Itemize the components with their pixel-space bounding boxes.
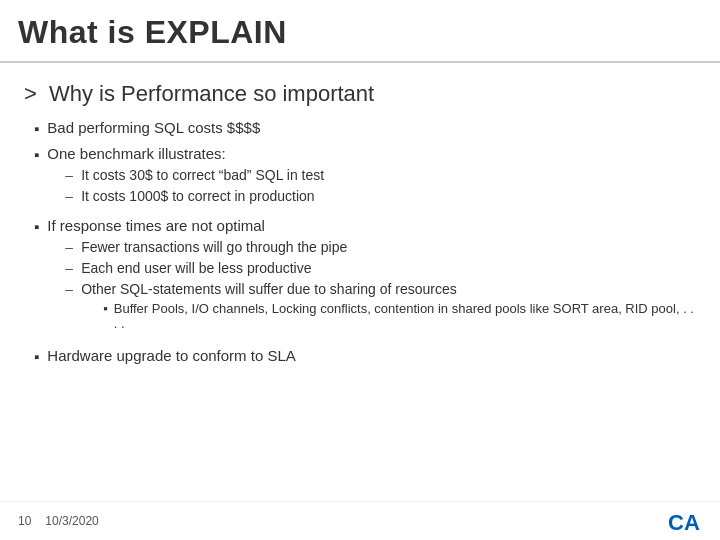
sub-marker: – — [65, 167, 73, 183]
list-item: ▪ If response times are not optimal – Fe… — [24, 217, 696, 339]
sub-sub-text: Buffer Pools, I/O channels, Locking conf… — [114, 301, 696, 331]
sub-bullet-list: – It costs 30$ to correct “bad” SQL in t… — [47, 167, 696, 204]
bullet-marker: ▪ — [34, 120, 39, 137]
section-heading: > Why is Performance so important — [24, 81, 696, 107]
footer-date: 10/3/2020 — [45, 514, 98, 528]
footer-page-number: 10 — [18, 514, 31, 528]
slide-content: > Why is Performance so important ▪ Bad … — [0, 63, 720, 501]
arrow-icon: > — [24, 81, 37, 106]
bullet-marker: ▪ — [34, 146, 39, 163]
sub-text: Other SQL-statements will suffer due to … — [81, 281, 457, 297]
sub-marker: – — [65, 260, 73, 276]
slide-title: What is EXPLAIN — [18, 14, 702, 51]
list-item: – It costs 30$ to correct “bad” SQL in t… — [65, 167, 696, 183]
slide-footer: 10 10/3/2020 CA — [0, 501, 720, 540]
slide-header: What is EXPLAIN — [0, 0, 720, 63]
sub-text-container: Other SQL-statements will suffer due to … — [81, 281, 696, 334]
bullet-text-container: One benchmark illustrates: – It costs 30… — [47, 145, 696, 209]
sub-marker: – — [65, 239, 73, 255]
bullet-text: Hardware upgrade to conform to SLA — [47, 347, 696, 364]
ca-logo: CA — [668, 510, 702, 532]
list-item: ▪ Buffer Pools, I/O channels, Locking co… — [103, 301, 696, 331]
main-bullet-list: ▪ Bad performing SQL costs $$$$ ▪ One be… — [24, 119, 696, 365]
bullet-text: Bad performing SQL costs $$$$ — [47, 119, 696, 136]
bullet-text: If response times are not optimal — [47, 217, 265, 234]
list-item: – Each end user will be less productive — [65, 260, 696, 276]
bullet-text: One benchmark illustrates: — [47, 145, 225, 162]
list-item: ▪ Hardware upgrade to conform to SLA — [24, 347, 696, 365]
sub-sub-marker: ▪ — [103, 301, 108, 316]
sub-text: Fewer transactions will go through the p… — [81, 239, 696, 255]
sub-text: Each end user will be less productive — [81, 260, 696, 276]
bullet-marker: ▪ — [34, 348, 39, 365]
ca-logo-svg: CA — [668, 510, 702, 532]
list-item: ▪ Bad performing SQL costs $$$$ — [24, 119, 696, 137]
list-item: – It costs 1000$ to correct in productio… — [65, 188, 696, 204]
sub-marker: – — [65, 281, 73, 297]
sub-bullet-list: – Fewer transactions will go through the… — [47, 239, 696, 334]
section-heading-text: Why is Performance so important — [43, 81, 374, 106]
sub-text: It costs 1000$ to correct in production — [81, 188, 696, 204]
bullet-text-container: If response times are not optimal – Fewe… — [47, 217, 696, 339]
slide: What is EXPLAIN > Why is Performance so … — [0, 0, 720, 540]
list-item: ▪ One benchmark illustrates: – It costs … — [24, 145, 696, 209]
sub-marker: – — [65, 188, 73, 204]
svg-text:CA: CA — [668, 510, 700, 532]
sub-sub-bullet-list: ▪ Buffer Pools, I/O channels, Locking co… — [81, 301, 696, 331]
bullet-marker: ▪ — [34, 218, 39, 235]
list-item: – Fewer transactions will go through the… — [65, 239, 696, 255]
list-item: – Other SQL-statements will suffer due t… — [65, 281, 696, 334]
sub-text: It costs 30$ to correct “bad” SQL in tes… — [81, 167, 696, 183]
